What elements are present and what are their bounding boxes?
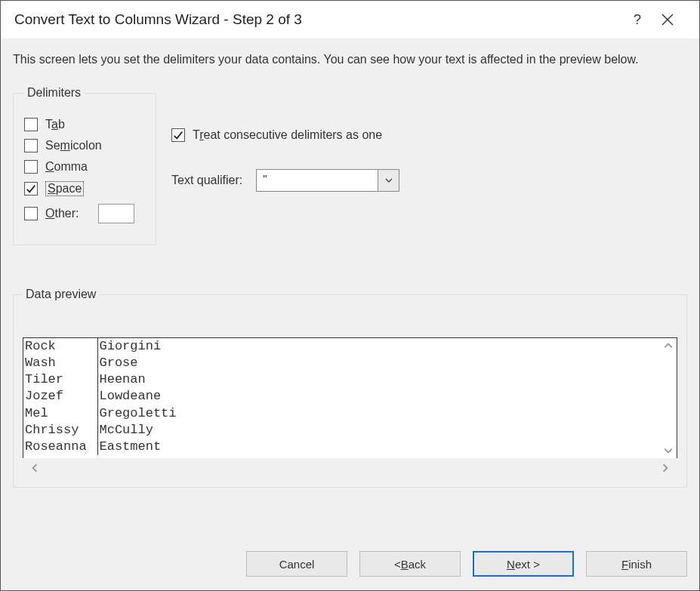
chevron-up-icon xyxy=(664,341,673,350)
other-delimiter-input[interactable] xyxy=(98,204,134,223)
right-options: Treat consecutive delimiters as one Text… xyxy=(171,86,399,192)
text-qualifier-label: Text qualifier: xyxy=(171,174,242,187)
delimiter-tab[interactable]: Tab xyxy=(24,118,145,131)
table-row: ChrissyMcCully xyxy=(23,422,178,439)
preview-box: RockGiorgini WashGrose TilerHeenan Jozef… xyxy=(23,337,677,458)
dialog-title: Convert Text to Columns Wizard - Step 2 … xyxy=(14,11,622,28)
data-preview-group: Data preview RockGiorgini WashGrose Tile… xyxy=(13,288,687,488)
close-button[interactable] xyxy=(652,5,683,35)
delimiter-comma[interactable]: Comma xyxy=(24,160,145,174)
treat-consecutive[interactable]: Treat consecutive delimiters as one xyxy=(171,128,399,142)
preview-table: RockGiorgini WashGrose TilerHeenan Jozef… xyxy=(23,338,178,455)
checkbox-tab[interactable] xyxy=(24,118,38,131)
table-row: RockGiorgini xyxy=(23,338,178,355)
data-preview-legend: Data preview xyxy=(23,288,99,301)
checkbox-semicolon[interactable] xyxy=(24,139,38,152)
instructions-text: This screen lets you set the delimiters … xyxy=(13,51,687,68)
chevron-left-icon xyxy=(30,463,39,472)
vertical-scrollbar[interactable] xyxy=(660,338,677,458)
delimiters-legend: Delimiters xyxy=(24,86,84,100)
cancel-button[interactable]: Cancel xyxy=(246,551,347,577)
titlebar: Convert Text to Columns Wizard - Step 2 … xyxy=(1,1,699,38)
next-button[interactable]: Next > xyxy=(473,551,574,577)
label-comma: Comma xyxy=(45,160,88,174)
combo-dropdown-button[interactable] xyxy=(378,170,399,191)
checkbox-space[interactable] xyxy=(24,182,38,195)
text-qualifier-row: Text qualifier: " xyxy=(171,169,399,192)
button-row: Cancel < Back Next > Finish xyxy=(246,551,687,577)
chevron-down-icon xyxy=(385,177,393,184)
checkmark-icon xyxy=(26,183,36,194)
checkbox-other[interactable] xyxy=(24,207,38,220)
table-row: MelGregoletti xyxy=(23,405,178,422)
chevron-right-icon xyxy=(661,463,670,472)
label-tab: Tab xyxy=(45,118,65,131)
delimiters-group: Delimiters Tab Semicolon Comma Space xyxy=(13,86,156,245)
chevron-down-icon xyxy=(664,446,673,455)
label-space: Space xyxy=(45,181,84,196)
text-qualifier-value: " xyxy=(257,170,378,191)
table-row: RoseannaEastment xyxy=(23,439,178,455)
help-button[interactable]: ? xyxy=(622,5,652,35)
table-row: JozefLowdeane xyxy=(23,388,178,405)
checkbox-comma[interactable] xyxy=(24,160,38,174)
back-button[interactable]: < Back xyxy=(359,551,461,577)
table-row: TilerHeenan xyxy=(23,371,178,388)
options-row: Delimiters Tab Semicolon Comma Space xyxy=(13,86,687,245)
horizontal-scrollbar[interactable] xyxy=(23,458,677,478)
delimiter-other[interactable]: Other: xyxy=(24,204,145,223)
text-qualifier-combo[interactable]: " xyxy=(256,169,399,192)
dialog-body: This screen lets you set the delimiters … xyxy=(1,38,699,590)
delimiter-semicolon[interactable]: Semicolon xyxy=(24,139,145,152)
close-icon xyxy=(661,14,674,26)
delimiter-space[interactable]: Space xyxy=(24,181,145,196)
checkmark-icon xyxy=(173,130,183,140)
label-other: Other: xyxy=(45,207,79,220)
label-semicolon: Semicolon xyxy=(45,139,102,152)
finish-button[interactable]: Finish xyxy=(586,551,687,577)
preview-content: RockGiorgini WashGrose TilerHeenan Jozef… xyxy=(23,338,660,458)
table-row: WashGrose xyxy=(23,355,178,371)
checkbox-treat-consecutive[interactable] xyxy=(171,128,185,142)
label-treat-consecutive: Treat consecutive delimiters as one xyxy=(193,128,382,142)
